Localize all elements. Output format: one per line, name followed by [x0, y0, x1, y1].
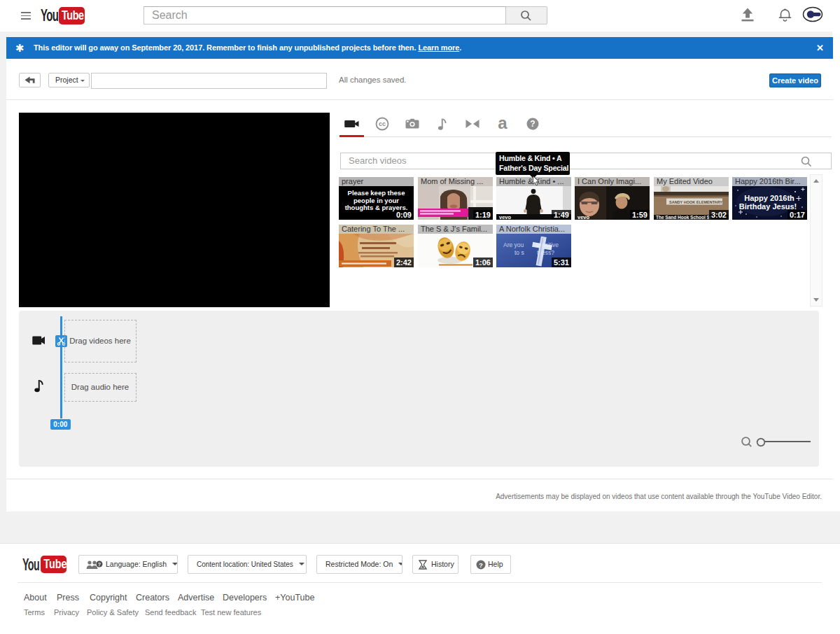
svg-text:vevo: vevo: [578, 214, 590, 220]
svg-text:?: ?: [479, 561, 483, 568]
svg-text:vevo: vevo: [499, 214, 512, 220]
svg-text:to s: to s: [514, 249, 524, 256]
svg-text:The Sand Hook School St: The Sand Hook School St: [656, 215, 712, 220]
svg-text:cc: cc: [378, 120, 385, 127]
svg-text:SANDY HOOK ELEMENTARY: SANDY HOOK ELEMENTARY: [669, 200, 722, 204]
svg-text:a: a: [498, 115, 507, 132]
svg-text:?: ?: [530, 119, 535, 129]
svg-text:Are you: Are you: [503, 241, 524, 248]
svg-text:?: ?: [98, 562, 101, 567]
svg-text:Happy 2016th: Happy 2016th: [744, 194, 794, 202]
